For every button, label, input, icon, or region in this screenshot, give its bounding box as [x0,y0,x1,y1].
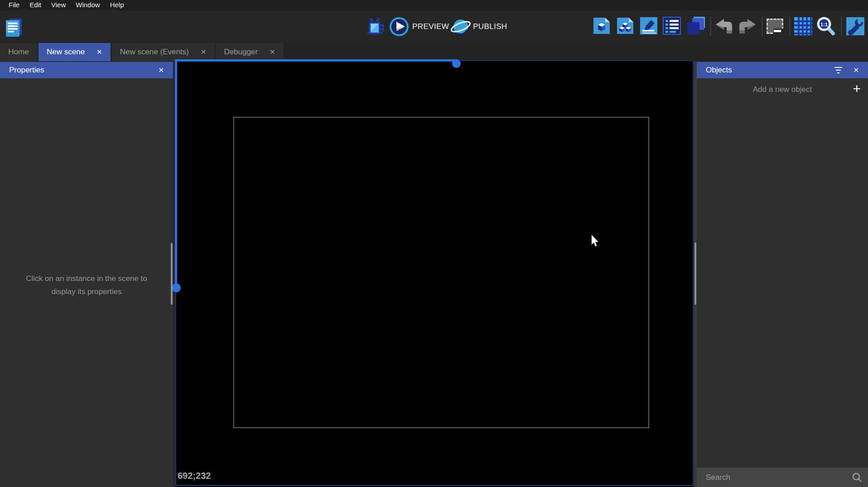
preview-button[interactable] [389,16,410,37]
tab-close-icon[interactable]: ✕ [96,48,102,56]
open-scene-properties-button[interactable] [640,17,658,35]
gdevelop-window: File Edit View Window Help [0,0,868,487]
toolbar-separator [762,17,762,36]
filter-icon[interactable] [834,67,842,73]
scene-settings-button[interactable] [846,17,865,36]
publish-label[interactable]: PUBLISH [473,22,507,31]
selection-edge-bottom [175,485,694,486]
tab-label: Home [8,48,29,57]
deselect-icon [767,19,783,34]
mouse-cursor [590,234,600,250]
open-objects-editor-button[interactable] [593,17,611,35]
tab-label: Debugger [224,48,258,57]
search-icon [852,472,863,483]
undo-icon [715,18,734,35]
objects-panel: Objects ✕ Add a new object + [697,61,868,487]
objects-panel-title: Objects [706,66,732,75]
project-manager-button[interactable] [5,16,23,38]
toolbar-separator [790,17,790,36]
plus-icon[interactable]: + [853,81,861,96]
tab-bar: Home New scene ✕ New scene (Events) ✕ De… [0,43,868,61]
tab-label: New scene [47,48,85,57]
properties-panel-title: Properties [9,66,44,75]
selection-handle-left[interactable] [172,283,181,292]
objects-search-input[interactable] [697,473,852,482]
layers-icon [686,17,705,35]
selection-edge-left [175,59,177,288]
properties-empty-message: Click on an instance in the scene to dis… [0,272,173,298]
tab-close-icon[interactable]: ✕ [201,48,207,56]
zoom-1-1-icon: 1:1 [815,16,835,36]
redo-button[interactable] [738,18,757,35]
add-new-object-label: Add a new object [753,85,812,94]
menu-bar: File Edit View Window Help [0,0,868,10]
toolbar-separator [841,17,842,36]
cursor-coordinates: 692;232 [178,471,211,481]
objects-editor-icon [593,17,611,35]
tab-new-scene[interactable]: New scene ✕ [39,43,111,61]
deselect-instances-button[interactable] [767,19,783,34]
project-manager-icon [5,16,23,38]
open-layers-editor-button[interactable] [686,17,705,35]
open-object-groups-button[interactable] [616,17,634,35]
toggle-grid-button[interactable] [794,17,812,35]
game-window-bounds [233,117,649,428]
toolbar-separator [710,17,711,36]
svg-text:1:1: 1:1 [820,22,828,27]
menu-file[interactable]: File [4,1,24,10]
canvas-left-scrollbar[interactable] [171,243,173,305]
scene-editor-canvas[interactable]: 692;232 [175,61,694,487]
add-new-object-row[interactable]: Add a new object + [697,78,868,101]
close-icon[interactable]: ✕ [853,66,859,74]
menu-window[interactable]: Window [71,1,105,10]
menu-view[interactable]: View [46,1,71,10]
instances-list-icon [663,17,681,35]
redo-icon [738,18,757,35]
selection-edge-left-far [175,288,176,485]
preview-label[interactable]: PREVIEW [412,22,449,31]
canvas-right-scrollbar[interactable] [694,243,696,305]
main-toolbar: PREVIEW PUBLISH [0,10,868,43]
tab-label: New scene (Events) [120,48,189,57]
selection-edge-top-far [457,60,693,61]
debugger-button[interactable] [365,17,385,37]
publish-globe-icon [449,16,472,37]
zoom-original-button[interactable]: 1:1 [815,16,835,36]
close-icon[interactable]: ✕ [158,66,164,74]
publish-button[interactable] [449,16,472,37]
selection-edge-top [175,59,457,62]
preview-play-icon [389,16,410,37]
objects-search-bar [697,468,868,487]
objects-panel-header: Objects ✕ [697,62,868,78]
debugger-bug-icon [365,17,385,37]
properties-panel-header: Properties ✕ [0,62,173,78]
open-instances-list-button[interactable] [663,17,681,35]
properties-panel: Properties ✕ Click on an instance in the… [0,61,173,487]
menu-help[interactable]: Help [105,1,129,10]
undo-button[interactable] [715,18,734,35]
tab-debugger[interactable]: Debugger ✕ [216,43,283,61]
tab-home[interactable]: Home [0,43,37,61]
grid-icon [794,17,812,35]
wrench-icon [846,17,865,36]
menu-edit[interactable]: Edit [24,1,46,10]
tab-close-icon[interactable]: ✕ [270,48,275,56]
edit-pencil-icon [640,17,658,35]
object-groups-icon [616,17,634,35]
tab-new-scene-events[interactable]: New scene (Events) ✕ [112,43,215,61]
selection-handle-top[interactable] [452,59,461,68]
